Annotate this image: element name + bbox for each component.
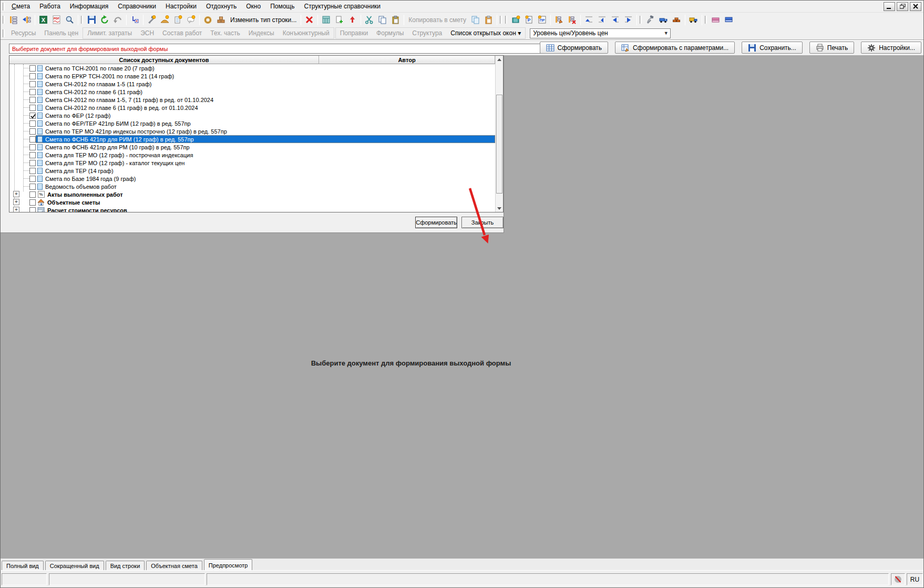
list-item[interactable]: Смета СН-2012 по главе 6 (11 граф) в ред… (9, 104, 495, 111)
tree-list-button[interactable] (7, 14, 20, 26)
list-item[interactable]: Смета для ТЕР МО (12 граф) - каталог тек… (9, 159, 495, 167)
list-item[interactable]: Смета по Базе 1984 года (9 граф) (9, 175, 495, 183)
menu-informacia[interactable]: Информация (65, 1, 113, 12)
toolbar-grip[interactable] (500, 16, 502, 24)
scroll-down-button[interactable] (496, 205, 503, 212)
copy-to-estimate-button[interactable] (469, 14, 482, 26)
checkbox[interactable] (29, 176, 36, 182)
paste-to-estimate-button[interactable] (482, 14, 495, 26)
menu-nastroyki[interactable]: Настройки (161, 1, 201, 12)
dialog-generate-button[interactable]: Сформировать (415, 217, 457, 228)
pdf-export-button[interactable]: PDF (50, 14, 63, 26)
menu-strukturnye[interactable]: Структурные справочники (299, 1, 385, 12)
scrollbar-thumb[interactable] (496, 95, 502, 194)
output-document-combobox[interactable]: Выберите документ для формирования выход… (9, 44, 567, 54)
copy-button[interactable] (376, 14, 389, 26)
outdent-button[interactable] (609, 14, 622, 26)
add-comment-button[interactable] (184, 14, 198, 26)
indent-right-button[interactable] (622, 14, 635, 26)
checkbox[interactable] (29, 199, 36, 206)
expand-icon[interactable]: + (13, 199, 19, 205)
toolbar-grip[interactable] (3, 16, 5, 24)
add-section-button[interactable] (171, 14, 184, 26)
checkbox[interactable] (29, 191, 36, 198)
list-item[interactable]: Смета для ТЕР МО (12 граф) - построчная … (9, 151, 495, 159)
price-book-button[interactable] (509, 14, 522, 26)
doc-pr-button[interactable]: ПР (536, 14, 549, 26)
checkbox[interactable] (29, 184, 36, 190)
revert-cell-button[interactable] (128, 14, 141, 26)
list-item[interactable]: Смета по ТЕР МО 421пр индексы построчно … (9, 127, 495, 135)
menu-smeta[interactable]: Смета (7, 1, 35, 12)
delete-structure-button[interactable] (566, 14, 579, 26)
add-work-button[interactable] (145, 14, 158, 26)
tab-vid-stroki[interactable]: Вид строки (106, 561, 145, 571)
checkbox[interactable] (29, 81, 36, 87)
add-document-button[interactable] (333, 14, 346, 26)
tree-group[interactable]: +%Акты выполненных работ (9, 190, 495, 198)
resources-button[interactable] (644, 14, 657, 26)
paste-button[interactable] (389, 14, 402, 26)
menu-okno[interactable]: Окно (241, 1, 265, 12)
checkbox[interactable] (29, 120, 36, 127)
settings-button[interactable]: Настройки... (861, 42, 921, 54)
print-button[interactable]: Печать (809, 42, 854, 54)
pink-catalog-button[interactable] (709, 14, 722, 26)
calculation-button[interactable] (320, 14, 333, 26)
undo-button[interactable] (111, 14, 125, 26)
move-up-button[interactable] (346, 14, 359, 26)
menu-spravochniki[interactable]: Справочники (113, 1, 161, 12)
transport-button[interactable] (657, 14, 670, 26)
toolbar-grip[interactable] (505, 16, 507, 24)
blocks-button[interactable] (214, 14, 228, 26)
toolbar-grip[interactable] (705, 16, 707, 24)
checkbox[interactable] (29, 160, 36, 166)
save-output-button[interactable]: Сохранить... (742, 42, 803, 54)
checkbox-checked[interactable] (29, 113, 36, 119)
tree-goto-button[interactable] (20, 14, 33, 26)
menu-otdohnut[interactable]: Отдохнуть (201, 1, 241, 12)
list-item[interactable]: Смета по ФСНБ 421пр для РМ (10 граф) в р… (9, 143, 495, 151)
expand-icon[interactable]: + (13, 191, 19, 197)
menu-rabota[interactable]: Работа (35, 1, 65, 12)
materials-pile-button[interactable] (670, 14, 683, 26)
checkbox[interactable] (29, 152, 36, 158)
tree-group[interactable]: +Расчет стоимости ресурсов (9, 206, 495, 212)
scroll-up-button[interactable] (496, 56, 503, 63)
delete-row-button[interactable] (303, 14, 316, 26)
search-button[interactable] (63, 14, 76, 26)
change-row-type-button[interactable]: Изменить тип строки... (228, 16, 299, 24)
list-item[interactable]: Смета СН-2012 по главам 1-5, 7 (11 граф)… (9, 96, 495, 104)
list-item-selected[interactable]: Смета по ФСНБ 421пр для РИМ (12 граф) в … (9, 135, 495, 143)
toolbar-grip[interactable] (3, 29, 5, 37)
checkbox[interactable] (29, 105, 36, 111)
indent-up-level-button[interactable] (596, 14, 609, 26)
language-indicator[interactable]: RU (907, 573, 923, 585)
save-button[interactable] (85, 14, 98, 26)
blue-catalog-button[interactable] (722, 14, 735, 26)
checkbox[interactable] (29, 89, 36, 95)
excel-export-button[interactable]: X (37, 14, 50, 26)
machines-button[interactable] (201, 14, 214, 26)
generate-with-params-button[interactable]: Сформировать с параметрами... (615, 42, 735, 54)
list-item[interactable]: Смета по ФЕР (12 граф) (9, 111, 495, 119)
list-item[interactable]: Смета по ЕРКР ТСН-2001 по главе 21 (14 г… (9, 72, 495, 80)
vertical-scrollbar[interactable] (495, 56, 503, 212)
generate-button[interactable]: Сформировать (540, 42, 609, 54)
close-button[interactable] (910, 2, 921, 11)
toolbar-grip[interactable] (3, 3, 5, 11)
minimize-button[interactable] (884, 2, 895, 11)
list-item[interactable]: Ведомость объемов работ (9, 183, 495, 190)
menu-pomosch[interactable]: Помощь (265, 1, 299, 12)
cut-button[interactable] (363, 14, 376, 26)
list-item[interactable]: Смета по ФЕР/ТЕР 421пр БИМ (12 граф) в р… (9, 119, 495, 127)
refresh-button[interactable] (98, 14, 111, 26)
edit-structure-button[interactable] (552, 14, 566, 26)
toolbar-grip[interactable] (640, 16, 642, 24)
checkbox[interactable] (29, 168, 36, 174)
dialog-close-button[interactable]: Закрыть (461, 217, 504, 228)
delivery-button[interactable] (687, 14, 700, 26)
checkbox[interactable] (29, 97, 36, 103)
column-header-documents[interactable]: Список доступных документов (9, 56, 319, 64)
restore-button[interactable] (897, 2, 908, 11)
